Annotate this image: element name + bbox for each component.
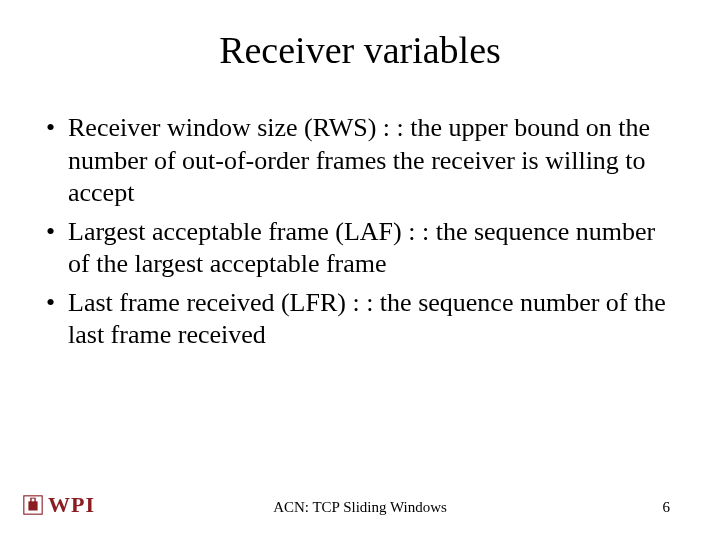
logo: WPI [22, 492, 95, 518]
page-number: 6 [663, 499, 671, 516]
bullet-list: Receiver window size (RWS) : : the upper… [40, 112, 680, 352]
bullet-item: Last frame received (LFR) : : the sequen… [40, 287, 680, 352]
bullet-item: Receiver window size (RWS) : : the upper… [40, 112, 680, 210]
svg-rect-3 [32, 499, 35, 502]
svg-rect-1 [28, 501, 37, 510]
slide-content: Receiver window size (RWS) : : the upper… [40, 112, 680, 352]
wpi-seal-icon [22, 494, 44, 516]
bullet-item: Largest acceptable frame (LAF) : : the s… [40, 216, 680, 281]
footer-center-text: ACN: TCP Sliding Windows [273, 499, 447, 516]
slide-footer: WPI ACN: TCP Sliding Windows 6 [0, 488, 720, 518]
slide-title: Receiver variables [40, 28, 680, 72]
logo-text: WPI [48, 492, 95, 518]
slide: Receiver variables Receiver window size … [0, 0, 720, 540]
